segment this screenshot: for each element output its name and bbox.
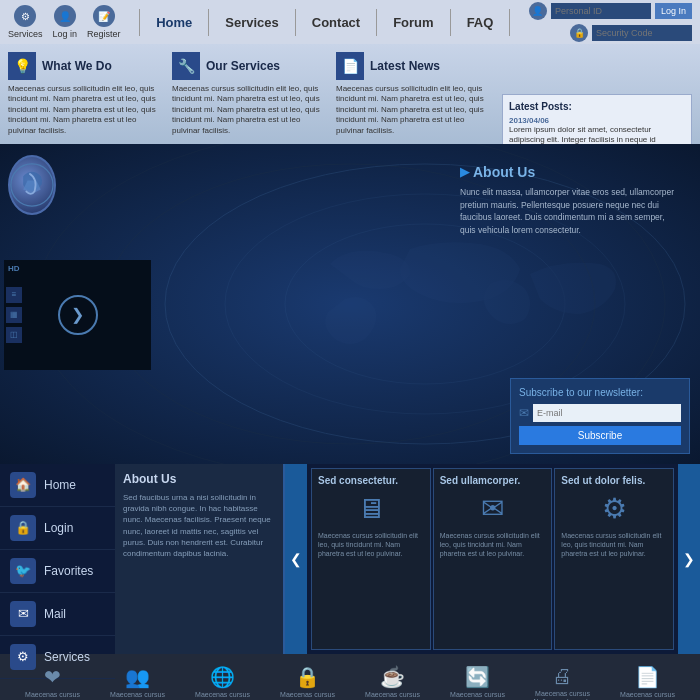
col1-title: 💡 What We Do: [8, 52, 164, 80]
mail-icon: ✉: [10, 601, 36, 627]
sidebar-item-mail[interactable]: ✉ Mail: [0, 593, 115, 636]
sidebar-nav: 🏠 Home 🔒 Login 🐦 Favorites ✉ Mail ⚙ Serv…: [0, 464, 115, 654]
nav-login[interactable]: 👤 Log in: [53, 5, 78, 39]
login-label: Login: [44, 521, 73, 535]
sidebar-item-login[interactable]: 🔒 Login: [0, 507, 115, 550]
favorites-icon: 🐦: [10, 558, 36, 584]
media-screen: HD ≡ ▦ ◫: [4, 260, 151, 370]
login-icon: 👤: [54, 5, 76, 27]
about-section: About Us Nunc elit massa, ullamcorper vi…: [460, 164, 680, 237]
service-card-1: Sed consectetur. 🖥 Maecenas cursus solli…: [311, 468, 431, 650]
sc1-title: Sed consectetur.: [318, 475, 398, 486]
service-cards: Sed consectetur. 🖥 Maecenas cursus solli…: [307, 464, 678, 654]
personal-id-input[interactable]: [551, 3, 651, 19]
service-card-2: Sed ullamcorper. ✉ Maecenas cursus solli…: [433, 468, 553, 650]
home-label: Home: [44, 478, 76, 492]
nav-services-link[interactable]: Services: [209, 9, 296, 36]
favorites-label: Favorites: [44, 564, 93, 578]
col3-title: 📄 Latest News: [336, 52, 492, 80]
logo-circle: [8, 155, 56, 215]
subscribe-button[interactable]: Subscribe: [519, 426, 681, 445]
about-box-title: About Us: [123, 472, 275, 486]
main-nav: Home Services Contact Forum FAQ: [121, 9, 529, 36]
bib3-line1: Maecenas cursus: [194, 691, 252, 699]
security-code-input[interactable]: [592, 25, 692, 41]
bib-item-3[interactable]: 🌐 Maecenas cursus Nullam malesuada: [194, 665, 252, 700]
bib6-line1: Maecenas cursus: [449, 691, 507, 699]
sc3-title: Sed ut dolor felis.: [561, 475, 645, 486]
arrow-left[interactable]: ❮: [285, 464, 307, 654]
col2-title: 🔧 Our Services: [172, 52, 328, 80]
bib-icon-5: ☕: [380, 665, 405, 689]
play-button[interactable]: [58, 295, 98, 335]
home-icon: 🏠: [10, 472, 36, 498]
top-nav-icons: ⚙ Services 👤 Log in 📝 Register: [8, 5, 121, 39]
col3-text: Maecenas cursus sollicitudin elit leo, q…: [336, 84, 492, 136]
sc1-icon: 🖥: [357, 492, 385, 525]
security-code-row: 🔒: [570, 24, 692, 42]
bib-item-4[interactable]: 🔒 Maecenas cursus Nullam malesuada: [279, 665, 337, 700]
mail-label: Mail: [44, 607, 66, 621]
nav-forum[interactable]: Forum: [377, 9, 450, 36]
arrow-right[interactable]: ❯: [678, 464, 700, 654]
sc2-icon: ✉: [481, 492, 504, 525]
register-icon: 📝: [93, 5, 115, 27]
newsletter-title: Subscribe to our newsletter:: [519, 387, 681, 398]
personal-id-icon: 👤: [529, 2, 547, 20]
bib-icon-3: 🌐: [210, 665, 235, 689]
bib7-line1: Maecenas cursus: [534, 690, 592, 698]
bib-item-8[interactable]: 📄 Maecenas cursus Nullam malesuada: [619, 665, 677, 700]
bottom-section: 🏠 Home 🔒 Login 🐦 Favorites ✉ Mail ⚙ Serv…: [0, 464, 700, 654]
main-body: LOREMIPSUM Lorem ipsum dolor sit amet 🎤 …: [0, 144, 700, 464]
sidebar-item-favorites[interactable]: 🐦 Favorites: [0, 550, 115, 593]
top-header: ⚙ Services 👤 Log in 📝 Register Home Serv…: [0, 0, 700, 44]
bib-item-1[interactable]: ❤ Maecenas cursus Nullam malesuada: [24, 665, 82, 700]
bib-icon-1: ❤: [44, 665, 61, 689]
nav-faq[interactable]: FAQ: [451, 9, 511, 36]
nav-register[interactable]: 📝 Register: [87, 5, 121, 39]
latest-posts-title: Latest Posts:: [509, 101, 685, 112]
login-button[interactable]: Log In: [655, 3, 692, 19]
three-col-section: 💡 What We Do Maecenas cursus sollicitudi…: [0, 44, 500, 144]
sc3-text: Maecenas cursus sollicitudin elit leo, q…: [561, 531, 667, 558]
sc2-text: Maecenas cursus sollicitudin elit leo, q…: [440, 531, 546, 558]
bib-item-5[interactable]: ☕ Maecenas cursus Nullam malesuada: [364, 665, 422, 700]
top-content-area: 💡 What We Do Maecenas cursus sollicitudi…: [0, 44, 700, 144]
services-icon: ⚙: [14, 5, 36, 27]
sc1-text: Maecenas cursus sollicitudin elit leo, q…: [318, 531, 424, 558]
security-code-icon: 🔒: [570, 24, 588, 42]
col3-icon: 📄: [336, 52, 364, 80]
newsletter-box: Subscribe to our newsletter: ✉ Subscribe: [510, 378, 690, 454]
bib1-line1: Maecenas cursus: [24, 691, 82, 699]
bib-icon-6: 🔄: [465, 665, 490, 689]
media-sidebar-icons: ≡ ▦ ◫: [6, 287, 22, 343]
services-label: Services: [44, 650, 90, 664]
email-icon: ✉: [519, 406, 529, 420]
email-input[interactable]: [533, 404, 681, 422]
hd-badge: HD: [8, 264, 20, 273]
bib-item-6[interactable]: 🔄 Maecenas cursus Nullam malesuada: [449, 665, 507, 700]
bib-icon-7: 🖨: [552, 665, 572, 688]
bib-item-2[interactable]: 👥 Maecenas cursus Nullam malesuada: [109, 665, 167, 700]
bib-icon-4: 🔒: [295, 665, 320, 689]
bib4-line1: Maecenas cursus: [279, 691, 337, 699]
bib8-line1: Maecenas cursus: [619, 691, 677, 699]
bib-item-7[interactable]: 🖨 Maecenas cursus Nullam malesuada: [534, 665, 592, 700]
lock-icon: 🔒: [10, 515, 36, 541]
col-our-services: 🔧 Our Services Maecenas cursus sollicitu…: [172, 52, 328, 136]
about-text: Nunc elit massa, ullamcorper vitae eros …: [460, 186, 680, 237]
nav-home[interactable]: Home: [139, 9, 209, 36]
login-area: 👤 Log In 🔒: [529, 2, 692, 42]
email-row: ✉: [519, 404, 681, 422]
about-box-text: Sed faucibus urna a nisi sollicitudin in…: [123, 492, 275, 559]
nav-contact[interactable]: Contact: [296, 9, 377, 36]
center-content: About Us Nunc elit massa, ullamcorper vi…: [155, 144, 700, 464]
sc2-title: Sed ullamcorper.: [440, 475, 521, 486]
media-sidebar-icon-1[interactable]: ≡: [6, 287, 22, 303]
sc3-icon: ⚙: [602, 492, 627, 525]
media-sidebar-icon-3[interactable]: ◫: [6, 327, 22, 343]
media-sidebar-icon-2[interactable]: ▦: [6, 307, 22, 323]
sidebar-item-home[interactable]: 🏠 Home: [0, 464, 115, 507]
bib-icon-2: 👥: [125, 665, 150, 689]
nav-services[interactable]: ⚙ Services: [8, 5, 43, 39]
